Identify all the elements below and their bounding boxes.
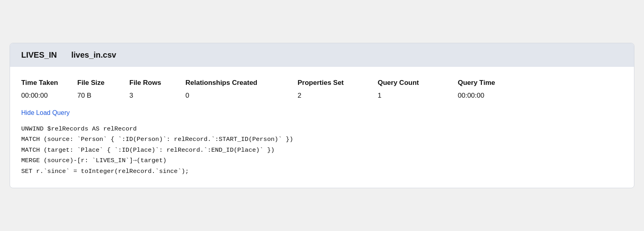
col-header-time-taken: Time Taken (21, 76, 77, 91)
col-header-file-size: File Size (77, 76, 129, 91)
col-header-query-time: Query Time (458, 76, 530, 91)
card-body: Time Taken File Size File Rows Relations… (10, 67, 634, 188)
col-header-file-rows: File Rows (129, 76, 185, 91)
col-header-properties-set: Properties Set (298, 76, 378, 91)
query-block: UNWIND $relRecords AS relRecord MATCH (s… (21, 124, 623, 177)
card-container: LIVES_IN lives_in.csv Time Taken File Si… (10, 43, 634, 188)
val-file-rows: 3 (129, 91, 185, 100)
val-query-count: 1 (378, 91, 458, 100)
card-header: LIVES_IN lives_in.csv (10, 43, 634, 67)
val-time-taken: 00:00:00 (21, 91, 77, 100)
col-header-query-count: Query Count (378, 76, 458, 91)
hide-query-link[interactable]: Hide Load Query (21, 109, 70, 117)
val-file-size: 70 B (77, 91, 129, 100)
val-properties-set: 2 (298, 91, 378, 100)
filename-label: lives_in.csv (71, 50, 116, 60)
stats-table: Time Taken File Size File Rows Relations… (21, 76, 623, 100)
val-query-time: 00:00:00 (458, 91, 530, 100)
val-relationships-created: 0 (185, 91, 298, 100)
col-header-relationships-created: Relationships Created (185, 76, 298, 91)
relationship-label: LIVES_IN (21, 50, 57, 60)
